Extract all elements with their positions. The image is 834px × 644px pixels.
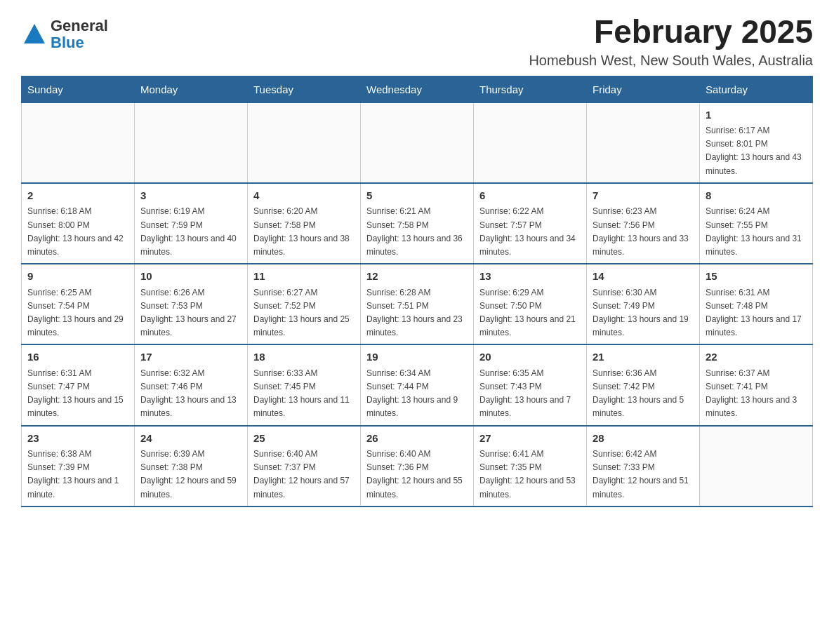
- calendar-cell: 23Sunrise: 6:38 AM Sunset: 7:39 PM Dayli…: [22, 426, 135, 507]
- location-title: Homebush West, New South Wales, Australi…: [529, 53, 813, 69]
- day-number: 11: [253, 269, 355, 285]
- title-area: February 2025 Homebush West, New South W…: [529, 14, 813, 69]
- day-info: Sunrise: 6:23 AM Sunset: 7:56 PM Dayligh…: [593, 205, 694, 259]
- calendar-cell: 13Sunrise: 6:29 AM Sunset: 7:50 PM Dayli…: [474, 264, 587, 344]
- calendar-cell: 10Sunrise: 6:26 AM Sunset: 7:53 PM Dayli…: [135, 264, 248, 344]
- day-number: 25: [253, 431, 355, 447]
- week-row-0: 1Sunrise: 6:17 AM Sunset: 8:01 PM Daylig…: [22, 102, 813, 183]
- day-info: Sunrise: 6:34 AM Sunset: 7:44 PM Dayligh…: [366, 367, 468, 421]
- day-number: 3: [140, 188, 241, 204]
- day-number: 5: [366, 188, 468, 204]
- day-info: Sunrise: 6:39 AM Sunset: 7:38 PM Dayligh…: [140, 448, 241, 502]
- calendar-cell: [22, 102, 135, 183]
- month-title: February 2025: [529, 14, 813, 50]
- header-day-monday: Monday: [135, 76, 248, 102]
- day-number: 23: [27, 431, 128, 447]
- day-info: Sunrise: 6:24 AM Sunset: 7:55 PM Dayligh…: [706, 205, 807, 259]
- calendar-cell: 20Sunrise: 6:35 AM Sunset: 7:43 PM Dayli…: [474, 344, 587, 425]
- day-number: 4: [253, 188, 355, 204]
- calendar-cell: [700, 426, 813, 507]
- calendar-cell: 24Sunrise: 6:39 AM Sunset: 7:38 PM Dayli…: [135, 426, 248, 507]
- day-number: 13: [479, 269, 581, 285]
- day-info: Sunrise: 6:33 AM Sunset: 7:45 PM Dayligh…: [253, 367, 355, 421]
- calendar-cell: 26Sunrise: 6:40 AM Sunset: 7:36 PM Dayli…: [361, 426, 474, 507]
- day-info: Sunrise: 6:18 AM Sunset: 8:00 PM Dayligh…: [27, 205, 128, 259]
- day-number: 15: [706, 269, 807, 285]
- calendar-cell: 12Sunrise: 6:28 AM Sunset: 7:51 PM Dayli…: [361, 264, 474, 344]
- day-info: Sunrise: 6:42 AM Sunset: 7:33 PM Dayligh…: [593, 448, 694, 502]
- day-number: 8: [706, 188, 807, 204]
- calendar-cell: 5Sunrise: 6:21 AM Sunset: 7:58 PM Daylig…: [361, 183, 474, 264]
- calendar-cell: 4Sunrise: 6:20 AM Sunset: 7:58 PM Daylig…: [248, 183, 361, 264]
- calendar-cell: 11Sunrise: 6:27 AM Sunset: 7:52 PM Dayli…: [248, 264, 361, 344]
- calendar-cell: 6Sunrise: 6:22 AM Sunset: 7:57 PM Daylig…: [474, 183, 587, 264]
- week-row-1: 2Sunrise: 6:18 AM Sunset: 8:00 PM Daylig…: [22, 183, 813, 264]
- day-info: Sunrise: 6:25 AM Sunset: 7:54 PM Dayligh…: [27, 286, 128, 340]
- day-info: Sunrise: 6:36 AM Sunset: 7:42 PM Dayligh…: [593, 367, 694, 421]
- day-info: Sunrise: 6:31 AM Sunset: 7:48 PM Dayligh…: [706, 286, 807, 340]
- week-row-4: 23Sunrise: 6:38 AM Sunset: 7:39 PM Dayli…: [22, 426, 813, 507]
- day-info: Sunrise: 6:21 AM Sunset: 7:58 PM Dayligh…: [366, 205, 468, 259]
- day-info: Sunrise: 6:19 AM Sunset: 7:59 PM Dayligh…: [140, 205, 241, 259]
- week-row-3: 16Sunrise: 6:31 AM Sunset: 7:47 PM Dayli…: [22, 344, 813, 425]
- day-number: 1: [706, 107, 807, 123]
- calendar-cell: 22Sunrise: 6:37 AM Sunset: 7:41 PM Dayli…: [700, 344, 813, 425]
- calendar-cell: [587, 102, 700, 183]
- calendar-cell: 27Sunrise: 6:41 AM Sunset: 7:35 PM Dayli…: [474, 426, 587, 507]
- day-info: Sunrise: 6:29 AM Sunset: 7:50 PM Dayligh…: [479, 286, 581, 340]
- day-info: Sunrise: 6:35 AM Sunset: 7:43 PM Dayligh…: [479, 367, 581, 421]
- calendar-cell: 25Sunrise: 6:40 AM Sunset: 7:37 PM Dayli…: [248, 426, 361, 507]
- day-number: 6: [479, 188, 581, 204]
- logo-icon: [21, 21, 48, 48]
- day-number: 14: [593, 269, 694, 285]
- header-day-friday: Friday: [587, 76, 700, 102]
- day-info: Sunrise: 6:37 AM Sunset: 7:41 PM Dayligh…: [706, 367, 807, 421]
- header: General Blue February 2025 Homebush West…: [21, 14, 813, 69]
- calendar-cell: 3Sunrise: 6:19 AM Sunset: 7:59 PM Daylig…: [135, 183, 248, 264]
- header-day-sunday: Sunday: [22, 76, 135, 102]
- calendar-cell: 17Sunrise: 6:32 AM Sunset: 7:46 PM Dayli…: [135, 344, 248, 425]
- calendar-header: SundayMondayTuesdayWednesdayThursdayFrid…: [22, 76, 813, 102]
- day-number: 12: [366, 269, 468, 285]
- calendar-cell: 1Sunrise: 6:17 AM Sunset: 8:01 PM Daylig…: [700, 102, 813, 183]
- logo: General Blue: [21, 14, 108, 51]
- calendar-cell: 2Sunrise: 6:18 AM Sunset: 8:00 PM Daylig…: [22, 183, 135, 264]
- week-row-2: 9Sunrise: 6:25 AM Sunset: 7:54 PM Daylig…: [22, 264, 813, 344]
- day-number: 22: [706, 349, 807, 365]
- header-row: SundayMondayTuesdayWednesdayThursdayFrid…: [22, 76, 813, 102]
- calendar-cell: 16Sunrise: 6:31 AM Sunset: 7:47 PM Dayli…: [22, 344, 135, 425]
- day-number: 28: [593, 431, 694, 447]
- day-number: 20: [479, 349, 581, 365]
- day-number: 27: [479, 431, 581, 447]
- logo-general-text: General: [51, 18, 108, 34]
- day-info: Sunrise: 6:20 AM Sunset: 7:58 PM Dayligh…: [253, 205, 355, 259]
- day-info: Sunrise: 6:28 AM Sunset: 7:51 PM Dayligh…: [366, 286, 468, 340]
- day-number: 17: [140, 349, 241, 365]
- day-number: 18: [253, 349, 355, 365]
- day-number: 9: [27, 269, 128, 285]
- calendar-cell: [248, 102, 361, 183]
- calendar-cell: 15Sunrise: 6:31 AM Sunset: 7:48 PM Dayli…: [700, 264, 813, 344]
- day-info: Sunrise: 6:27 AM Sunset: 7:52 PM Dayligh…: [253, 286, 355, 340]
- day-number: 24: [140, 431, 241, 447]
- calendar-cell: 8Sunrise: 6:24 AM Sunset: 7:55 PM Daylig…: [700, 183, 813, 264]
- day-info: Sunrise: 6:26 AM Sunset: 7:53 PM Dayligh…: [140, 286, 241, 340]
- day-info: Sunrise: 6:17 AM Sunset: 8:01 PM Dayligh…: [706, 124, 807, 178]
- header-day-tuesday: Tuesday: [248, 76, 361, 102]
- calendar-cell: 28Sunrise: 6:42 AM Sunset: 7:33 PM Dayli…: [587, 426, 700, 507]
- calendar-cell: 19Sunrise: 6:34 AM Sunset: 7:44 PM Dayli…: [361, 344, 474, 425]
- calendar-cell: [135, 102, 248, 183]
- svg-marker-0: [24, 24, 45, 43]
- day-info: Sunrise: 6:40 AM Sunset: 7:36 PM Dayligh…: [366, 448, 468, 502]
- day-info: Sunrise: 6:31 AM Sunset: 7:47 PM Dayligh…: [27, 367, 128, 421]
- calendar-cell: [474, 102, 587, 183]
- header-day-saturday: Saturday: [700, 76, 813, 102]
- calendar-cell: 14Sunrise: 6:30 AM Sunset: 7:49 PM Dayli…: [587, 264, 700, 344]
- calendar-cell: [361, 102, 474, 183]
- logo-blue-text: Blue: [51, 34, 108, 51]
- day-number: 16: [27, 349, 128, 365]
- calendar-cell: 7Sunrise: 6:23 AM Sunset: 7:56 PM Daylig…: [587, 183, 700, 264]
- calendar-body: 1Sunrise: 6:17 AM Sunset: 8:01 PM Daylig…: [22, 102, 813, 507]
- calendar-cell: 21Sunrise: 6:36 AM Sunset: 7:42 PM Dayli…: [587, 344, 700, 425]
- day-info: Sunrise: 6:32 AM Sunset: 7:46 PM Dayligh…: [140, 367, 241, 421]
